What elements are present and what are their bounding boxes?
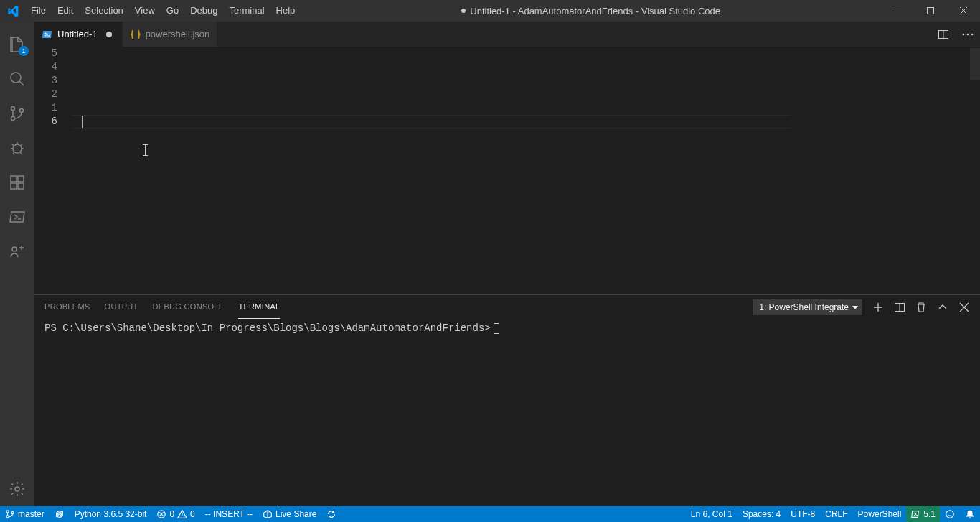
activity-source-control[interactable] bbox=[0, 96, 34, 131]
terminal-selector-label: 1: PowerShell Integrate bbox=[759, 302, 849, 312]
menu-terminal[interactable]: Terminal bbox=[223, 0, 270, 22]
window-title-text: Untitled-1 - AdamAutomatorAndFriends - V… bbox=[470, 6, 720, 17]
panel-tab-bar: PROBLEMS OUTPUT DEBUG CONSOLE TERMINAL 1… bbox=[34, 295, 980, 319]
svg-point-6 bbox=[13, 144, 22, 153]
tab-modified-indicator[interactable] bbox=[103, 29, 115, 40]
panel-tab-debug-console[interactable]: DEBUG CONSOLE bbox=[153, 295, 225, 319]
svg-point-5 bbox=[20, 109, 24, 113]
status-git-branch[interactable]: master bbox=[0, 506, 50, 522]
svg-rect-1 bbox=[928, 8, 934, 14]
cursor-position-text: Ln 6, Col 1 bbox=[691, 509, 732, 519]
text-cursor bbox=[82, 116, 83, 128]
tab-label: powershell.json bbox=[146, 29, 210, 39]
terminal-prompt-text: PS C:\Users\Shane\Desktop\In_Progress\Bl… bbox=[44, 322, 491, 334]
terminal-selector[interactable]: 1: PowerShell Integrate bbox=[753, 299, 862, 315]
menu-file[interactable]: File bbox=[25, 0, 52, 22]
activity-settings[interactable] bbox=[0, 472, 34, 506]
terminal-body[interactable]: PS C:\Users\Shane\Desktop\In_Progress\Bl… bbox=[34, 319, 980, 506]
status-notifications[interactable] bbox=[960, 506, 980, 522]
line-number: 1 bbox=[34, 101, 57, 115]
status-ps-version[interactable]: 5.1 bbox=[906, 506, 940, 522]
tab-powershell-json[interactable]: powershell.json bbox=[123, 22, 218, 47]
status-eol[interactable]: CRLF bbox=[820, 506, 852, 522]
svg-rect-10 bbox=[18, 176, 24, 182]
menu-debug[interactable]: Debug bbox=[184, 0, 223, 22]
status-indentation[interactable]: Spaces: 4 bbox=[738, 506, 786, 522]
svg-rect-0 bbox=[894, 11, 901, 11]
panel: PROBLEMS OUTPUT DEBUG CONSOLE TERMINAL 1… bbox=[34, 294, 980, 506]
overview-viewport[interactable] bbox=[970, 48, 980, 80]
svg-rect-9 bbox=[18, 183, 24, 189]
svg-point-15 bbox=[967, 33, 969, 35]
status-cursor-position[interactable]: Ln 6, Col 1 bbox=[686, 506, 738, 522]
panel-tab-output[interactable]: OUTPUT bbox=[105, 295, 138, 319]
activity-extensions[interactable] bbox=[0, 165, 34, 200]
overview-ruler[interactable] bbox=[970, 47, 980, 294]
more-actions-button[interactable] bbox=[960, 27, 976, 42]
status-loading-icon[interactable] bbox=[321, 506, 341, 522]
current-line-highlight bbox=[72, 115, 791, 129]
menu-edit[interactable]: Edit bbox=[52, 0, 79, 22]
window-controls bbox=[881, 0, 980, 22]
line-number-current: 6 bbox=[34, 115, 57, 129]
svg-point-22 bbox=[946, 511, 954, 518]
status-feedback[interactable] bbox=[940, 506, 960, 522]
new-terminal-button[interactable] bbox=[872, 302, 884, 313]
status-sync[interactable] bbox=[50, 506, 70, 522]
window-title: Untitled-1 - AdamAutomatorAndFriends - V… bbox=[301, 6, 881, 17]
editor-group: Untitled-1 powershell.json bbox=[34, 22, 980, 506]
editor-body[interactable]: 5 4 3 2 1 6 bbox=[34, 47, 980, 294]
status-python[interactable]: Python 3.6.5 32-bit bbox=[70, 506, 152, 522]
status-problems[interactable]: 0 0 bbox=[151, 506, 199, 522]
menu-help[interactable]: Help bbox=[270, 0, 301, 22]
tab-untitled-1[interactable]: Untitled-1 bbox=[34, 22, 123, 47]
menu-go[interactable]: Go bbox=[161, 0, 184, 22]
branch-name: master bbox=[18, 509, 44, 519]
panel-tab-terminal[interactable]: TERMINAL bbox=[238, 295, 280, 319]
svg-point-2 bbox=[11, 73, 21, 83]
panel-tab-problems[interactable]: PROBLEMS bbox=[44, 295, 90, 319]
maximize-panel-button[interactable] bbox=[937, 302, 948, 313]
svg-point-16 bbox=[971, 33, 974, 35]
tab-bar: Untitled-1 powershell.json bbox=[34, 22, 980, 47]
status-live-share[interactable]: Live Share bbox=[258, 506, 321, 522]
line-number: 5 bbox=[34, 47, 57, 60]
activity-search[interactable] bbox=[0, 62, 34, 96]
explorer-badge: 1 bbox=[19, 46, 29, 56]
activity-live-share[interactable] bbox=[0, 234, 34, 269]
menu-selection[interactable]: Selection bbox=[79, 0, 128, 22]
svg-rect-8 bbox=[11, 183, 17, 189]
status-vim-mode[interactable]: -- INSERT -- bbox=[200, 506, 258, 522]
close-panel-button[interactable] bbox=[958, 302, 970, 313]
split-editor-button[interactable] bbox=[936, 27, 951, 42]
activity-powershell[interactable] bbox=[0, 200, 34, 234]
minimize-button[interactable] bbox=[881, 0, 914, 22]
tab-label: Untitled-1 bbox=[57, 29, 98, 39]
kill-terminal-button[interactable] bbox=[915, 302, 927, 313]
python-version: Python 3.6.5 32-bit bbox=[75, 509, 147, 519]
mouse-ibeam-cursor-icon bbox=[145, 144, 146, 156]
maximize-button[interactable] bbox=[914, 0, 947, 22]
status-encoding[interactable]: UTF-8 bbox=[786, 506, 820, 522]
svg-point-11 bbox=[12, 247, 17, 251]
error-count: 0 bbox=[169, 509, 174, 519]
svg-point-4 bbox=[11, 117, 15, 121]
ps-version-text: 5.1 bbox=[923, 509, 936, 519]
status-bar: master Python 3.6.5 32-bit 0 0 -- INSERT… bbox=[0, 506, 980, 522]
activity-debug[interactable] bbox=[0, 131, 34, 165]
close-button[interactable] bbox=[947, 0, 980, 22]
tab-actions bbox=[936, 22, 980, 47]
menu-view[interactable]: View bbox=[129, 0, 161, 22]
split-terminal-button[interactable] bbox=[894, 302, 905, 313]
activity-explorer[interactable]: 1 bbox=[0, 27, 34, 62]
svg-point-12 bbox=[15, 487, 19, 491]
line-number-gutter: 5 4 3 2 1 6 bbox=[34, 47, 72, 294]
status-language[interactable]: PowerShell bbox=[853, 506, 907, 522]
powershell-file-icon bbox=[42, 29, 53, 40]
title-bar: File Edit Selection View Go Debug Termin… bbox=[0, 0, 980, 22]
encoding-text: UTF-8 bbox=[791, 509, 815, 519]
minimap[interactable] bbox=[884, 47, 970, 294]
code-area[interactable] bbox=[72, 47, 884, 294]
svg-point-20 bbox=[11, 512, 14, 514]
svg-point-19 bbox=[6, 516, 9, 518]
